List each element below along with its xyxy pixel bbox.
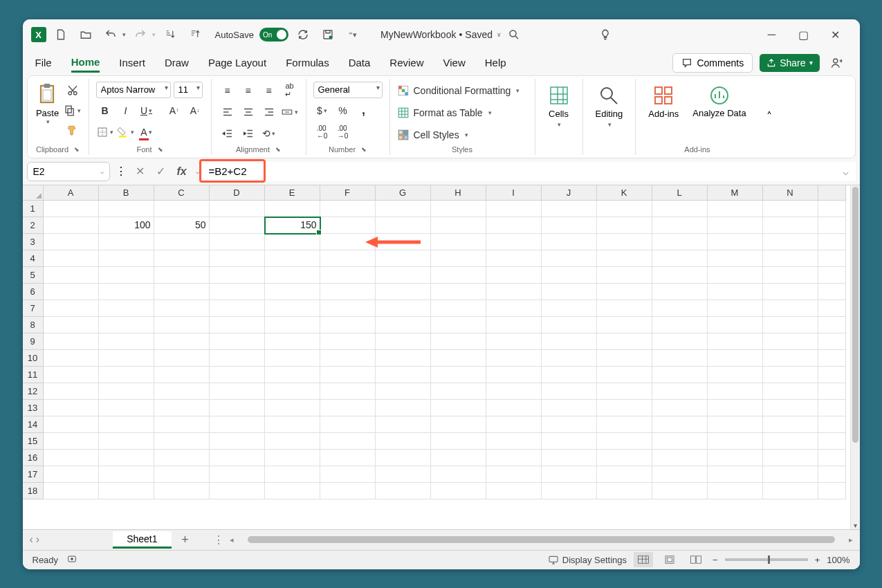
cell-F13[interactable] bbox=[320, 400, 376, 416]
cell-A4[interactable] bbox=[44, 250, 99, 267]
cell-J15[interactable] bbox=[542, 433, 597, 450]
row-header-13[interactable]: 13 bbox=[23, 400, 44, 416]
tab-insert[interactable]: Insert bbox=[119, 54, 145, 71]
cell-E12[interactable] bbox=[265, 383, 320, 400]
minimize-button[interactable]: ─ bbox=[756, 24, 788, 45]
borders-icon[interactable]: ▾ bbox=[96, 123, 114, 141]
zoom-in-button[interactable]: + bbox=[815, 555, 820, 565]
cell-F16[interactable] bbox=[320, 450, 376, 466]
select-all-corner[interactable] bbox=[23, 185, 44, 201]
tab-home[interactable]: Home bbox=[71, 53, 100, 73]
cell-B9[interactable] bbox=[99, 333, 154, 350]
cell-M17[interactable] bbox=[708, 466, 763, 483]
cell-K14[interactable] bbox=[597, 416, 652, 433]
cell-K9[interactable] bbox=[597, 333, 652, 350]
cell-A6[interactable] bbox=[44, 284, 99, 300]
sheet-nav-next[interactable]: › bbox=[36, 533, 39, 546]
cell-L10[interactable] bbox=[652, 350, 708, 367]
tab-page-layout[interactable]: Page Layout bbox=[208, 54, 266, 71]
align-center-icon[interactable] bbox=[239, 103, 257, 121]
row-header-2[interactable]: 2 bbox=[23, 217, 44, 234]
cell-D6[interactable] bbox=[210, 284, 265, 300]
cell-J10[interactable] bbox=[542, 350, 597, 367]
cell-H2[interactable] bbox=[431, 217, 486, 234]
cell-K2[interactable] bbox=[597, 217, 652, 234]
align-middle-icon[interactable]: ≡ bbox=[239, 82, 257, 100]
cell-C14[interactable] bbox=[154, 416, 210, 433]
hscroll-left[interactable]: ◂ bbox=[230, 535, 234, 544]
cell-A10[interactable] bbox=[44, 350, 99, 367]
cell-J2[interactable] bbox=[542, 217, 597, 234]
cell-F1[interactable] bbox=[320, 201, 376, 217]
cell-B17[interactable] bbox=[99, 466, 154, 483]
cell-B8[interactable] bbox=[99, 317, 154, 333]
cell-H3[interactable] bbox=[431, 234, 486, 250]
cell-J13[interactable] bbox=[542, 400, 597, 416]
cell-N6[interactable] bbox=[763, 284, 818, 300]
collapse-ribbon-icon[interactable]: ˄ bbox=[759, 79, 780, 155]
cell-K5[interactable] bbox=[597, 267, 652, 284]
cell-N17[interactable] bbox=[763, 466, 818, 483]
cell-F7[interactable] bbox=[320, 300, 376, 317]
cell-M14[interactable] bbox=[708, 416, 763, 433]
cell-F9[interactable] bbox=[320, 333, 376, 350]
cell-E14[interactable] bbox=[265, 416, 320, 433]
grow-font-icon[interactable]: A↑ bbox=[165, 102, 183, 120]
cell-C7[interactable] bbox=[154, 300, 210, 317]
cell-B16[interactable] bbox=[99, 450, 154, 466]
cell-H4[interactable] bbox=[431, 250, 486, 267]
cell-G7[interactable] bbox=[376, 300, 431, 317]
cell-G5[interactable] bbox=[376, 267, 431, 284]
cell-I17[interactable] bbox=[486, 466, 542, 483]
cell-J1[interactable] bbox=[542, 201, 597, 217]
row-header-6[interactable]: 6 bbox=[23, 284, 44, 300]
tab-review[interactable]: Review bbox=[389, 54, 423, 71]
cell-G6[interactable] bbox=[376, 284, 431, 300]
row-header-8[interactable]: 8 bbox=[23, 317, 44, 333]
cell-J9[interactable] bbox=[542, 333, 597, 350]
col-header-C[interactable]: C bbox=[154, 185, 210, 201]
cell-D8[interactable] bbox=[210, 317, 265, 333]
cell-K7[interactable] bbox=[597, 300, 652, 317]
row-header-3[interactable]: 3 bbox=[23, 234, 44, 250]
cell-N18[interactable] bbox=[763, 483, 818, 499]
shrink-font-icon[interactable]: A↓ bbox=[186, 102, 204, 120]
cell-D11[interactable] bbox=[210, 367, 265, 383]
cell-E10[interactable] bbox=[265, 350, 320, 367]
cell-N9[interactable] bbox=[763, 333, 818, 350]
cell-A1[interactable] bbox=[44, 201, 99, 217]
cell-G15[interactable] bbox=[376, 433, 431, 450]
cell-F5[interactable] bbox=[320, 267, 376, 284]
cell-J4[interactable] bbox=[542, 250, 597, 267]
cell-A15[interactable] bbox=[44, 433, 99, 450]
row-header-5[interactable]: 5 bbox=[23, 267, 44, 284]
cell-L8[interactable] bbox=[652, 317, 708, 333]
cell-B11[interactable] bbox=[99, 367, 154, 383]
cell-E11[interactable] bbox=[265, 367, 320, 383]
cell-J5[interactable] bbox=[542, 267, 597, 284]
number-format-combo[interactable] bbox=[313, 82, 383, 98]
cell-D4[interactable] bbox=[210, 250, 265, 267]
col-header-L[interactable]: L bbox=[652, 185, 708, 201]
cell-B4[interactable] bbox=[99, 250, 154, 267]
font-size-combo[interactable] bbox=[174, 82, 203, 98]
cell-K10[interactable] bbox=[597, 350, 652, 367]
cell-F10[interactable] bbox=[320, 350, 376, 367]
tab-data[interactable]: Data bbox=[349, 54, 371, 71]
cell-M5[interactable] bbox=[708, 267, 763, 284]
cell-K6[interactable] bbox=[597, 284, 652, 300]
col-header-E[interactable]: E bbox=[265, 185, 320, 201]
row-header-15[interactable]: 15 bbox=[23, 433, 44, 450]
cell-N2[interactable] bbox=[763, 217, 818, 234]
cell-C2[interactable]: 50 bbox=[154, 217, 210, 234]
cell-D16[interactable] bbox=[210, 450, 265, 466]
cell-E15[interactable] bbox=[265, 433, 320, 450]
cell-F18[interactable] bbox=[320, 483, 376, 499]
cell-N1[interactable] bbox=[763, 201, 818, 217]
more-options-icon[interactable]: ⋮ bbox=[113, 163, 129, 180]
cell-K17[interactable] bbox=[597, 466, 652, 483]
cell-B13[interactable] bbox=[99, 400, 154, 416]
cell-D1[interactable] bbox=[210, 201, 265, 217]
cell-L18[interactable] bbox=[652, 483, 708, 499]
cell-I15[interactable] bbox=[486, 433, 542, 450]
